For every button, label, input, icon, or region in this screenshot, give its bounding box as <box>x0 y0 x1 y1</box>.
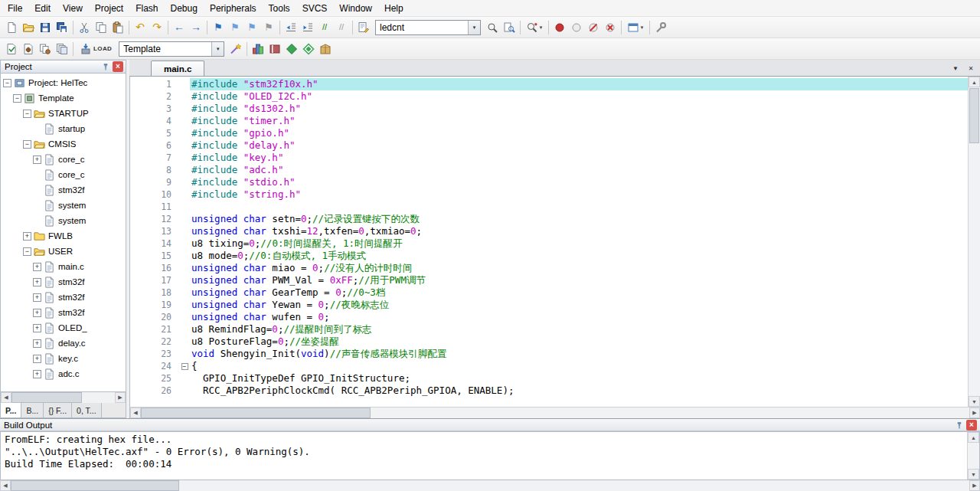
line-number[interactable]: 7 <box>130 152 179 164</box>
menu-item-view[interactable]: View <box>57 1 89 16</box>
menu-item-edit[interactable]: Edit <box>28 1 57 16</box>
tree-item-adc-c[interactable]: +adc.c <box>1 366 126 381</box>
tree-item-fwlb[interactable]: +FWLB <box>1 228 126 244</box>
download-button[interactable]: LOAD <box>76 41 116 57</box>
tree-item-system[interactable]: system <box>1 198 126 213</box>
menu-item-help[interactable]: Help <box>378 1 410 16</box>
scroll-down-button[interactable]: ▼ <box>969 396 980 407</box>
tab-main-c[interactable]: main.c <box>151 61 204 76</box>
tree-item-stm32f[interactable]: +stm32f <box>1 305 126 320</box>
tree-item-core-c[interactable]: core_c <box>1 167 126 182</box>
options-for-target-button[interactable] <box>227 41 244 57</box>
kill-all-breakpoints-button[interactable] <box>602 19 619 36</box>
menu-item-svcs[interactable]: SVCS <box>296 1 334 16</box>
target-select-combo[interactable]: ▼ <box>119 41 224 57</box>
enable-disable-breakpoint-button[interactable] <box>568 19 585 36</box>
expand-icon[interactable]: + <box>33 155 41 164</box>
editor-content[interactable]: 1#include "stm32f10x.h"2#include "OLED_I… <box>130 77 968 407</box>
line-number[interactable]: 10 <box>130 188 179 201</box>
line-number[interactable]: 3 <box>130 103 179 115</box>
project-tree-hscrollbar[interactable]: ◀ ▶ <box>0 392 126 403</box>
line-number[interactable]: 9 <box>130 176 179 188</box>
scroll-up-button[interactable]: ▲ <box>968 432 979 443</box>
fold-marker-icon[interactable]: − <box>179 360 190 372</box>
open-folder-button[interactable] <box>20 19 37 36</box>
tree-item-oled[interactable]: +OLED_ <box>1 320 126 336</box>
manage-project-items-button[interactable] <box>250 41 266 57</box>
expand-icon[interactable]: + <box>33 263 41 271</box>
navigate-back-button[interactable]: ← <box>171 19 188 36</box>
menu-item-window[interactable]: Window <box>333 1 378 16</box>
line-number[interactable]: 20 <box>130 311 179 323</box>
line-number[interactable]: 21 <box>130 323 179 336</box>
target-combo-dropdown-button[interactable]: ▼ <box>211 42 224 56</box>
tree-item-stm32f[interactable]: +stm32f <box>1 290 126 305</box>
line-number[interactable]: 12 <box>130 213 179 225</box>
incremental-find-button[interactable]: ▼ <box>523 19 546 36</box>
collapse-icon[interactable]: − <box>23 140 31 149</box>
close-file-button[interactable]: ✕ <box>965 62 977 74</box>
scroll-thumb[interactable] <box>969 88 979 143</box>
debug-windows-button[interactable]: ▼ <box>624 19 647 36</box>
line-number[interactable]: 15 <box>130 250 179 262</box>
close-panel-button[interactable]: × <box>113 61 123 72</box>
line-number[interactable]: 2 <box>130 90 179 103</box>
tree-item-startup[interactable]: startup <box>1 121 126 136</box>
copy-button[interactable] <box>93 19 109 36</box>
tree-item-main-c[interactable]: +main.c <box>1 259 126 274</box>
redo-button[interactable]: ↷ <box>149 19 165 36</box>
tree-item-key-c[interactable]: +key.c <box>1 351 126 366</box>
pack-installer-button[interactable] <box>317 41 334 57</box>
scroll-right-button[interactable]: ▶ <box>115 392 126 403</box>
expand-icon[interactable]: + <box>33 278 41 286</box>
expand-icon[interactable]: + <box>33 324 41 332</box>
collapse-icon[interactable]: − <box>3 79 11 87</box>
line-number[interactable]: 24 <box>130 360 179 372</box>
find-text-combo[interactable]: ▼ <box>375 20 481 35</box>
find-in-files-button[interactable] <box>355 19 372 36</box>
save-button[interactable] <box>37 19 54 36</box>
scroll-left-button[interactable]: ◀ <box>0 480 11 491</box>
new-file-button[interactable] <box>3 19 20 36</box>
line-number[interactable]: 22 <box>130 336 179 348</box>
menu-item-debug[interactable]: Debug <box>165 1 204 16</box>
build-output-vscrollbar[interactable]: ▲ ▼ <box>967 432 979 480</box>
editor-vertical-scrollbar[interactable]: ▲ ▼ <box>968 77 980 407</box>
scroll-down-button[interactable]: ▼ <box>968 469 979 480</box>
close-panel-button[interactable]: × <box>966 420 977 430</box>
find-text-input[interactable] <box>376 22 468 33</box>
find-in-files-dialog-button[interactable] <box>501 19 518 36</box>
pin-panel-button[interactable] <box>100 61 111 72</box>
unindent-button[interactable] <box>283 19 299 36</box>
panel-tab-templates[interactable]: 0, T... <box>72 403 102 417</box>
navigate-forward-button[interactable]: → <box>188 19 204 36</box>
expand-icon[interactable]: + <box>33 355 41 363</box>
line-number[interactable]: 4 <box>130 115 179 127</box>
tree-item-template[interactable]: −Template <box>1 90 126 106</box>
line-number[interactable]: 16 <box>130 262 179 274</box>
find-combo-dropdown-button[interactable]: ▼ <box>468 21 480 34</box>
rebuild-all-button[interactable] <box>37 41 54 57</box>
scroll-thumb[interactable] <box>11 480 179 491</box>
pin-panel-button[interactable] <box>954 420 965 430</box>
panel-tab-project[interactable]: P... <box>1 403 21 417</box>
line-number[interactable]: 1 <box>130 78 179 90</box>
previous-bookmark-button[interactable]: ⚑ <box>227 19 243 36</box>
select-software-packs-button[interactable] <box>300 41 317 57</box>
line-number[interactable]: 14 <box>130 237 179 250</box>
configure-button[interactable] <box>652 19 669 36</box>
line-number[interactable]: 8 <box>130 164 179 176</box>
paste-button[interactable] <box>109 19 126 36</box>
uncomment-selection-button[interactable]: // <box>333 19 350 36</box>
tree-item-user[interactable]: −USER <box>1 244 126 259</box>
tree-item-startup[interactable]: −STARTUP <box>1 106 126 121</box>
collapse-icon[interactable]: − <box>23 110 31 118</box>
manage-runtime-environment-button[interactable] <box>283 41 300 57</box>
panel-tab-books[interactable]: B... <box>21 403 44 417</box>
tree-item-stm32f[interactable]: +stm32f <box>1 274 126 290</box>
tree-item-project-heltec[interactable]: −Project: HelTec <box>1 75 126 90</box>
tree-item-core-c[interactable]: +core_c <box>1 152 126 167</box>
expand-icon[interactable]: + <box>33 370 41 378</box>
expand-icon[interactable]: + <box>33 339 41 348</box>
scroll-right-button[interactable]: ▶ <box>969 480 980 491</box>
